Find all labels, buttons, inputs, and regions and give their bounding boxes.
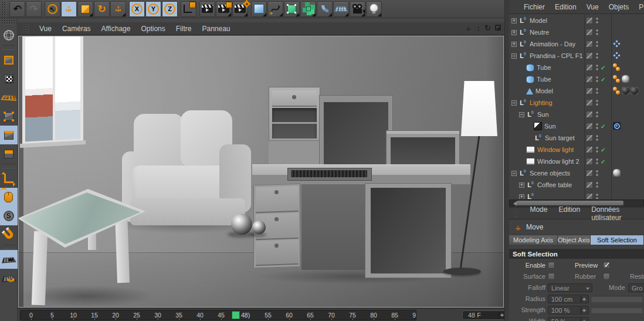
live-selection-button[interactable] bbox=[45, 1, 60, 17]
width-spinner[interactable] bbox=[581, 318, 587, 321]
object-label[interactable]: Animation - Day bbox=[530, 40, 575, 48]
timeline-tick[interactable]: 70 bbox=[321, 310, 342, 320]
add-primitive-button[interactable] bbox=[251, 1, 267, 17]
object-icon[interactable] bbox=[526, 64, 534, 72]
enable-axis-button[interactable] bbox=[0, 169, 18, 188]
layer-toggle[interactable] bbox=[586, 17, 593, 24]
lock-z-axis-button[interactable]: Z bbox=[162, 1, 178, 17]
tree-row[interactable]: − Prandina - CPL F1 bbox=[509, 50, 644, 62]
surface-checkbox[interactable] bbox=[548, 273, 555, 280]
expander-icon[interactable]: − bbox=[511, 171, 517, 176]
add-subdivision-surface-button[interactable] bbox=[284, 1, 300, 17]
timeline-tick[interactable]: 55 bbox=[257, 310, 279, 320]
timeline-tick[interactable]: 75 bbox=[342, 310, 363, 320]
timeline-tick[interactable]: 10 bbox=[63, 310, 84, 320]
add-light-button[interactable] bbox=[366, 1, 382, 17]
strength-slider[interactable] bbox=[591, 307, 643, 313]
enable-check[interactable] bbox=[601, 76, 608, 83]
viewport-menu-item[interactable]: Caméras bbox=[62, 25, 91, 33]
object-icon[interactable] bbox=[526, 76, 534, 83]
material-dark-tag[interactable] bbox=[622, 87, 629, 94]
chrome-sphere-small[interactable] bbox=[252, 221, 266, 234]
edit-render-settings-button[interactable] bbox=[232, 1, 248, 17]
layer-toggle[interactable] bbox=[586, 52, 593, 59]
object-label[interactable]: Model bbox=[535, 87, 553, 94]
toolbar-grip[interactable] bbox=[1, 1, 6, 16]
render-view-button[interactable] bbox=[199, 1, 215, 17]
tree-row[interactable]: − Lighting bbox=[509, 97, 644, 109]
timeline-tick[interactable]: 25 bbox=[126, 310, 147, 320]
strength-field[interactable]: 100 % bbox=[548, 306, 589, 315]
scale-tool-button[interactable] bbox=[77, 1, 93, 17]
layer-toggle[interactable] bbox=[586, 40, 593, 48]
add-deformer-button[interactable] bbox=[317, 1, 333, 17]
tree-row[interactable]: + Model bbox=[509, 15, 644, 26]
object-label[interactable]: Window light bbox=[537, 146, 574, 153]
tree-row[interactable]: Tube bbox=[509, 73, 644, 85]
object-icon[interactable] bbox=[518, 52, 527, 60]
polygons-mode-button[interactable] bbox=[0, 144, 18, 163]
couch-base[interactable] bbox=[130, 198, 245, 225]
visibility-dots[interactable] bbox=[596, 40, 599, 48]
timeline-tick[interactable]: 85 bbox=[384, 310, 405, 320]
visibility-dots[interactable] bbox=[596, 134, 599, 141]
object-label[interactable]: Prandina - CPL F1 bbox=[530, 52, 583, 59]
timeline-ruler[interactable]: 051015202530354045 48) 5560657075808590 bbox=[20, 310, 416, 320]
visibility-dots[interactable] bbox=[596, 146, 599, 153]
radius-slider[interactable] bbox=[591, 296, 643, 302]
toolbar-grip[interactable] bbox=[1, 19, 16, 25]
pan-view-icon[interactable] bbox=[465, 23, 473, 32]
planar-workplane-button[interactable] bbox=[0, 269, 18, 288]
mode-dropdown[interactable]: Gro bbox=[628, 283, 644, 292]
object-icon[interactable] bbox=[518, 28, 527, 36]
visibility-dots[interactable] bbox=[596, 99, 599, 106]
object-icon[interactable] bbox=[534, 122, 542, 130]
tree-row[interactable]: Tube bbox=[509, 62, 644, 73]
layer-toggle[interactable] bbox=[586, 193, 593, 199]
add-floor-button[interactable] bbox=[333, 1, 349, 17]
object-manager-menu-item[interactable]: Edition bbox=[555, 3, 577, 11]
scroll-left-arrow[interactable] bbox=[511, 201, 517, 206]
add-spline-button[interactable]: + bbox=[267, 1, 283, 17]
tree-row[interactable]: + bbox=[509, 191, 644, 199]
tree-row[interactable]: Sun target bbox=[509, 132, 644, 144]
expander-icon[interactable]: − bbox=[511, 53, 517, 59]
visibility-dots[interactable] bbox=[596, 111, 599, 118]
object-manager-menu-item[interactable]: Fichier bbox=[524, 3, 545, 11]
attribute-menu-item[interactable]: Mode bbox=[530, 205, 547, 222]
radius-spinner[interactable] bbox=[581, 296, 587, 302]
render-to-picture-viewer-button[interactable] bbox=[216, 1, 232, 17]
visibility-dots[interactable] bbox=[596, 17, 599, 24]
visibility-dots[interactable] bbox=[596, 181, 599, 188]
viewport-menu-item[interactable]: Panneau bbox=[202, 25, 230, 33]
rubber-checkbox[interactable] bbox=[603, 273, 610, 280]
undo-button[interactable]: ↶ bbox=[9, 1, 25, 17]
material-silver-tag[interactable] bbox=[613, 169, 621, 177]
object-icon[interactable] bbox=[518, 169, 527, 177]
timeline-tick[interactable]: 80 bbox=[363, 310, 384, 320]
object-icon[interactable] bbox=[526, 146, 535, 153]
layer-toggle[interactable] bbox=[586, 181, 593, 188]
layer-toggle[interactable] bbox=[586, 29, 593, 36]
object-label[interactable]: Model bbox=[530, 17, 547, 24]
lamp-base[interactable] bbox=[443, 268, 481, 275]
attribute-menu-item[interactable]: Edition bbox=[558, 205, 580, 222]
material-silver-tag[interactable] bbox=[622, 75, 629, 83]
layer-toggle[interactable] bbox=[586, 76, 593, 83]
lamp-pole[interactable] bbox=[460, 134, 480, 269]
object-icon[interactable] bbox=[526, 192, 535, 199]
object-label[interactable]: Sun target bbox=[545, 134, 575, 141]
timeline-tick[interactable]: 90 bbox=[405, 310, 416, 320]
tree-row[interactable]: Model bbox=[509, 85, 644, 97]
viewport-menu-item[interactable]: Options bbox=[141, 25, 165, 33]
tree-row[interactable]: − Scene objects bbox=[509, 167, 644, 179]
width-field[interactable]: 50 % bbox=[548, 317, 589, 321]
dolly-view-icon[interactable]: ↕ bbox=[477, 24, 481, 32]
chrome-sphere-large[interactable] bbox=[231, 214, 252, 235]
visibility-dots[interactable] bbox=[596, 123, 599, 130]
layer-toggle[interactable] bbox=[586, 134, 593, 141]
tree-row[interactable]: Sun bbox=[509, 120, 644, 132]
expander-icon[interactable]: + bbox=[511, 18, 517, 23]
rotate-tool-button[interactable]: ↻ bbox=[94, 1, 110, 17]
attribute-menu-item[interactable]: Données utilisateur bbox=[591, 205, 644, 222]
